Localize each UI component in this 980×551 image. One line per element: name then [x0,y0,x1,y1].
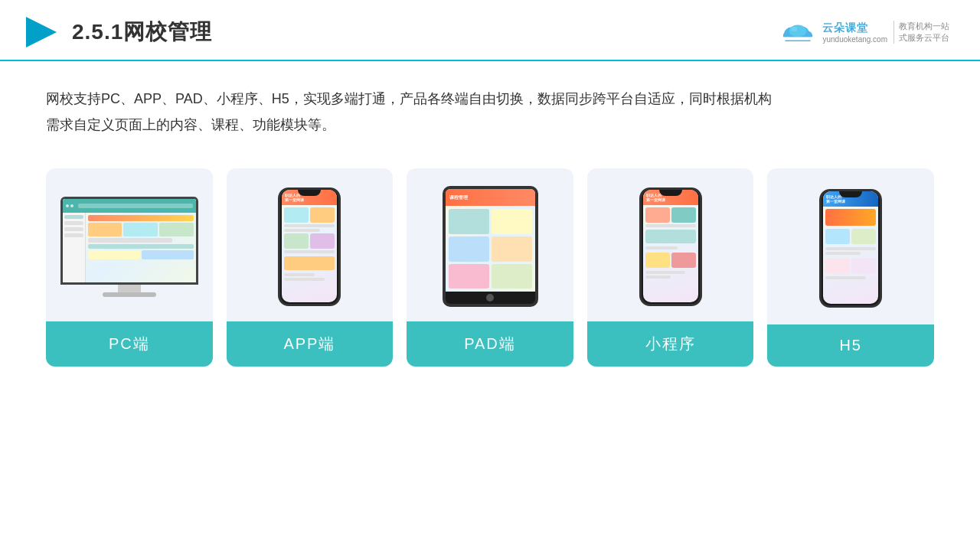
svg-point-4 [789,24,806,37]
app-phone-device: 职达人的第一堂网课 [275,187,344,306]
logo-area: 云朵课堂 yunduoketang.com 教育机构一站式服务云平台 [779,18,949,46]
logo-text-block: 云朵课堂 yunduoketang.com [822,21,887,44]
card-pc: PC端 [46,168,213,367]
card-pc-image [46,168,213,321]
play-icon [23,14,60,51]
svg-marker-0 [26,17,57,47]
card-app: 职达人的第一堂网课 [227,168,394,367]
h5-phone-notch [839,191,862,197]
logo-icon [779,18,816,46]
card-miniapp-image: 职达人的第一堂网课 [587,168,754,321]
card-h5-image: 职达人的第一堂网课 [767,168,934,324]
h5-phone-screen: 职达人的第一堂网课 [823,191,878,304]
phone-notch [298,190,321,196]
header-left: 2.5.1网校管理 [23,14,212,51]
tablet-screen: 课程管理 [446,189,535,292]
card-miniapp-label: 小程序 [587,321,754,367]
page-header: 2.5.1网校管理 云朵课堂 yunduoketang.com 教育机构一站式服… [0,0,980,61]
phone-body: 职达人的第一堂网课 [278,187,341,306]
card-app-label: APP端 [227,321,394,367]
pc-device [58,197,201,297]
card-pad: 课程管理 PAD端 [407,168,573,367]
description-line2: 需求自定义页面上的内容、课程、功能模块等。 [46,117,335,132]
miniapp-phone-body: 职达人的第一堂网课 [639,187,702,306]
svg-point-5 [792,27,798,31]
card-h5-label: H5 [767,324,934,367]
page-title: 2.5.1网校管理 [72,18,212,47]
pc-screen [60,197,198,285]
miniapp-phone-device: 职达人的第一堂网课 [636,187,705,306]
card-pc-label: PC端 [46,321,213,367]
description-text: 网校支持PC、APP、PAD、小程序、H5，实现多端打通，产品各终端自由切换，数… [0,61,980,153]
miniapp-phone-notch [659,190,682,196]
card-pad-image: 课程管理 [407,168,573,321]
phone-screen: 职达人的第一堂网课 [282,190,337,302]
logo-name: 云朵课堂 [822,21,868,35]
card-app-image: 职达人的第一堂网课 [227,168,394,321]
description-line1: 网校支持PC、APP、PAD、小程序、H5，实现多端打通，产品各终端自由切换，数… [46,91,772,106]
device-cards-section: PC端 职达人的第一堂网课 [0,153,980,390]
card-miniapp: 职达人的第一堂网课 [587,168,754,367]
card-pad-label: PAD端 [407,321,573,367]
card-h5: 职达人的第一堂网课 [767,168,934,367]
h5-phone-device: 职达人的第一堂网课 [816,189,885,308]
tablet-home-button [486,294,494,302]
miniapp-phone-screen: 职达人的第一堂网课 [643,190,698,302]
logo-slogan: 教育机构一站式服务云平台 [893,21,949,44]
h5-phone-body: 职达人的第一堂网课 [819,189,882,308]
tablet-body: 课程管理 [443,186,538,307]
logo-url: yunduoketang.com [822,35,887,44]
tablet-device: 课程管理 [440,186,540,307]
